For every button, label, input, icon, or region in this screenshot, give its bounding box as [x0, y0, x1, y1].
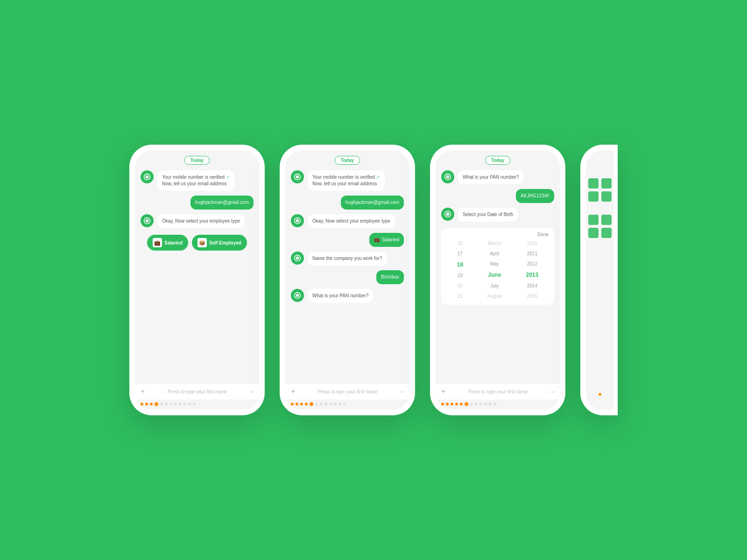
partial-block-8: [601, 228, 612, 238]
employee-buttons: 💼 Salaried 📦 Self Employed: [141, 235, 254, 251]
day-17: 17: [454, 249, 466, 259]
year-2012: 2012: [523, 259, 541, 269]
partial-icons: [588, 178, 612, 202]
partial-block-3: [588, 191, 599, 202]
dot-1-6: [165, 403, 168, 406]
phone-3-screen: Today What is your PAN number? AKJHG1234…: [436, 150, 560, 410]
salaried-icon: 💼: [153, 238, 162, 247]
dot-1-active: [155, 402, 158, 406]
partial-icon-grid-2: [588, 215, 612, 238]
year-2015: 2015: [523, 292, 541, 301]
dot-3-8: [475, 403, 478, 406]
svg-point-7: [296, 219, 299, 222]
partial-progress: [599, 393, 601, 400]
svg-point-3: [146, 219, 148, 222]
dot-3-12: [493, 403, 496, 406]
svg-point-13: [446, 175, 449, 178]
day-column[interactable]: 16 17 18 19 20 21: [453, 239, 467, 301]
dot-2-1: [291, 403, 294, 406]
day-20: 20: [454, 281, 466, 291]
today-badge-1: Today: [184, 156, 210, 165]
bot-icon-p2-1: [291, 170, 304, 183]
dot-3-3: [451, 403, 453, 406]
add-icon-1[interactable]: +: [141, 387, 145, 396]
progress-dots-3: [441, 402, 554, 406]
bot-bubble-p2-4: What is your PAN number?: [308, 289, 373, 303]
month-june: June: [484, 270, 505, 280]
partial-block-6: [601, 215, 612, 225]
add-icon-3[interactable]: +: [441, 387, 445, 396]
month-august: August: [484, 292, 506, 301]
bot-icon-p3-2: [441, 208, 454, 221]
bot-bubble-p3-2: Select your Date of Birth: [458, 208, 518, 222]
bot-icon-p2-2: [291, 214, 304, 227]
salaried-button[interactable]: 💼 Salaried: [147, 235, 188, 251]
chat-row-p3-1: What is your PAN number?: [441, 170, 554, 184]
user-bubble-p2-3: Brichbox: [376, 270, 404, 284]
p2-msg1: Your mobile number is verified: [312, 175, 375, 180]
month-may: May: [486, 259, 503, 269]
dot-1-10: [183, 403, 186, 406]
dot-3-10: [484, 403, 487, 406]
chat-row-p3-2: Select your Date of Birth: [441, 208, 554, 222]
year-2013: 2013: [522, 270, 542, 280]
chat-row-p2-3: Name the company you work for?: [291, 252, 404, 266]
chat-row-p2-2: Okay, Now select your employee type: [291, 214, 404, 228]
self-employed-label: Self Employed: [209, 240, 241, 245]
dot-1-9: [179, 403, 182, 406]
bot-icon-p3-1: [441, 170, 454, 183]
day-19: 19: [454, 271, 466, 280]
dot-2-11: [338, 403, 341, 406]
footer-placeholder-3[interactable]: Press to type your first name: [445, 389, 550, 394]
phone-3-footer: + Press to type your first name ⇒: [436, 383, 560, 399]
svg-point-9: [296, 257, 299, 259]
dot-1-5: [160, 403, 163, 406]
bot-bubble-p2-1: Your mobile number is verified ✓ Now, te…: [308, 170, 385, 191]
progress-area-2: [285, 399, 409, 410]
partial-block-7: [588, 228, 599, 238]
month-column[interactable]: March April May June July August: [484, 239, 506, 301]
month-april: April: [486, 249, 503, 259]
date-picker[interactable]: Done 16 17 18 19 20 21: [441, 228, 554, 305]
partial-block-4: [601, 191, 612, 202]
phone-1: Today Your mobile number is verified ✓ N…: [129, 145, 265, 415]
phone-2-footer: + Press to type your first name ⇒: [285, 383, 409, 399]
dot-1-12: [193, 403, 196, 406]
svg-point-11: [296, 294, 299, 297]
dot-2-7: [320, 403, 323, 406]
phone-3: Today What is your PAN number? AKJHG1234…: [430, 145, 565, 415]
chat-row-p2-4: What is your PAN number?: [291, 289, 404, 303]
today-badge-2: Today: [335, 156, 360, 165]
phone-2-content: Today Your mobile number is verified ✓ N…: [285, 150, 409, 383]
phone-3-content: Today What is your PAN number? AKJHG1234…: [436, 150, 560, 383]
send-icon-3[interactable]: ⇒: [550, 389, 554, 394]
phone-1-screen: Today Your mobile number is verified ✓ N…: [135, 150, 259, 410]
phones-container: Today Your mobile number is verified ✓ N…: [101, 145, 646, 415]
footer-placeholder-2[interactable]: Press to type your first name: [295, 389, 400, 394]
user-bubble-1: hughjackman@gmail.com: [190, 196, 254, 210]
dot-2-2: [296, 403, 298, 406]
add-icon-2[interactable]: +: [291, 387, 295, 396]
self-employed-button[interactable]: 📦 Self Employed: [192, 235, 247, 251]
year-column[interactable]: 2010 2011 2012 2013 2014 2015: [522, 239, 542, 301]
send-icon-2[interactable]: ⇒: [400, 389, 404, 394]
done-label[interactable]: Done: [537, 232, 549, 237]
partial-block-5: [588, 215, 599, 225]
msg-subtext-1: Now, tell us your email address: [162, 181, 226, 186]
send-icon-1[interactable]: ⇒: [250, 389, 254, 394]
bot-icon-2: [141, 214, 154, 227]
footer-placeholder-1[interactable]: Press to type your first name: [145, 389, 250, 394]
year-2011: 2011: [523, 249, 541, 259]
today-badge-3: Today: [485, 156, 511, 165]
salaried-icon-p2: 💼: [374, 237, 380, 243]
phone-4-partial-screen: [586, 150, 614, 410]
user-bubble-p2-2: 💼 Salaried: [369, 233, 404, 247]
salaried-label: Salaried: [164, 240, 183, 245]
dot-3-active: [465, 402, 468, 406]
progress-dots-1: [141, 402, 254, 406]
self-employed-icon: 📦: [197, 238, 207, 247]
day-16: 16: [454, 239, 466, 248]
phone-1-content: Today Your mobile number is verified ✓ N…: [135, 150, 259, 383]
partial-block-1: [588, 178, 599, 189]
chat-row-2: Okay, Now select your employee type: [141, 214, 254, 228]
